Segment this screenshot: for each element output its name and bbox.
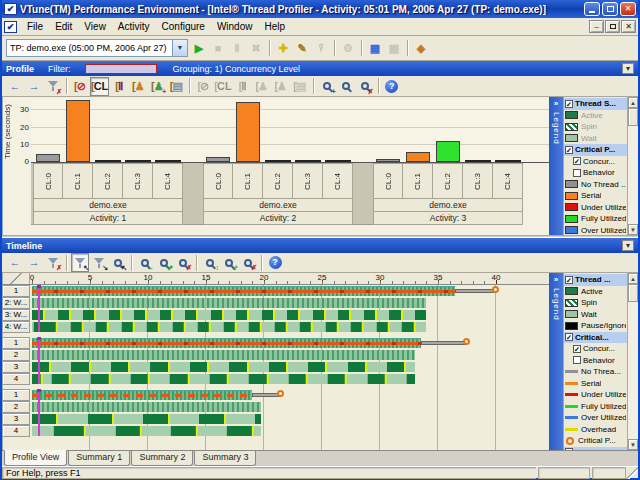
forward-icon[interactable]: →: [25, 253, 43, 272]
second-group-source-icon[interactable]: [▤: [291, 77, 309, 96]
category-cell[interactable]: CL:0: [373, 163, 403, 199]
legend-item-thread-[interactable]: ✓Thread ...: [564, 274, 627, 286]
thread-row-label[interactable]: 4: [3, 373, 30, 385]
activity-combo[interactable]: TP: demo.exe (05:00 PM, 2006 Apr 27) ▼: [6, 39, 188, 57]
group-source-icon[interactable]: [▤: [167, 77, 185, 96]
thread-row-track[interactable]: [30, 297, 549, 309]
wizard-icon[interactable]: ◈: [412, 39, 430, 58]
undo-zoom-icon[interactable]: ✗: [174, 253, 192, 272]
thread-row-track[interactable]: [30, 413, 549, 425]
menu-configure[interactable]: Configure: [156, 19, 211, 34]
category-cell[interactable]: CL:2: [263, 163, 293, 199]
legend-item-critical-p-[interactable]: ✓Critical P...: [564, 144, 627, 156]
time-marker[interactable]: [38, 390, 40, 436]
checkbox-icon[interactable]: ✓: [573, 157, 581, 165]
category-cell[interactable]: CL:0: [203, 163, 233, 199]
category-cell[interactable]: CL:3: [123, 163, 153, 199]
thread-row-track[interactable]: [30, 321, 549, 333]
second-group-object-icon[interactable]: [Ⅱ: [234, 77, 252, 96]
tab-summary-2[interactable]: Summary 2: [131, 451, 193, 466]
menu-help[interactable]: Help: [258, 19, 291, 34]
legend-item-concur-[interactable]: ✓Concur...: [564, 156, 627, 168]
help-icon[interactable]: ?: [383, 77, 401, 96]
category-cell[interactable]: CL:3: [463, 163, 493, 199]
thread-row-track[interactable]: [30, 425, 549, 437]
zoom-in-icon[interactable]: +: [318, 77, 336, 96]
category-cell[interactable]: CL:1: [233, 163, 263, 199]
menu-edit[interactable]: Edit: [49, 19, 78, 34]
filter-input[interactable]: [85, 64, 157, 74]
thread-row-label[interactable]: 3: W...: [3, 309, 30, 321]
zoom-out-selection-icon[interactable]: ⇙: [220, 253, 238, 272]
category-cell[interactable]: CL:1: [403, 163, 433, 199]
scroll-up-icon[interactable]: ▲: [628, 97, 638, 108]
zoom-out-horizontal-icon[interactable]: ↕: [201, 253, 219, 272]
minimize-button[interactable]: [584, 2, 600, 16]
stop-activity-icon[interactable]: ■: [209, 39, 227, 58]
menu-activity[interactable]: Activity: [112, 19, 156, 34]
mdi-close-button[interactable]: ✕: [621, 20, 636, 33]
remove-all-zoom-icon[interactable]: ✗: [239, 253, 257, 272]
remove-filter-icon[interactable]: ✗: [44, 253, 62, 272]
timeline-legend-scrollbar[interactable]: ▲ ▼: [627, 273, 638, 450]
mdi-restore-button[interactable]: [605, 20, 620, 33]
scroll-down-icon[interactable]: ▼: [628, 439, 638, 450]
group-concurrency-icon[interactable]: [CL: [90, 77, 109, 96]
help-icon[interactable]: ?: [266, 253, 284, 272]
checkbox-icon[interactable]: ✓: [573, 345, 581, 353]
back-icon[interactable]: ←: [6, 253, 24, 272]
tab-profile-view[interactable]: Profile View: [4, 450, 67, 466]
thread-row-label[interactable]: 4: [3, 425, 30, 437]
timeline-legend-strip[interactable]: » Legend: [549, 273, 563, 450]
zoom-select-icon[interactable]: ↖: [109, 253, 127, 272]
profile-pane-menu-icon[interactable]: ▾: [622, 63, 634, 74]
cancel-activity-icon[interactable]: ✖: [247, 39, 265, 58]
back-icon[interactable]: ←: [6, 77, 24, 96]
combo-dropdown-icon[interactable]: ▼: [172, 40, 187, 56]
category-cell[interactable]: CL:4: [493, 163, 523, 199]
thread-row-track[interactable]: [30, 373, 549, 385]
group-object-icon[interactable]: [Ⅱ: [110, 77, 128, 96]
category-cell[interactable]: CL:2: [433, 163, 463, 199]
thread-row-label[interactable]: 3: [3, 413, 30, 425]
modify-activity-icon[interactable]: ✎: [293, 39, 311, 58]
category-cell[interactable]: CL:2: [93, 163, 123, 199]
select-filter-icon[interactable]: ↖: [71, 253, 89, 272]
scroll-up-icon[interactable]: ▲: [628, 273, 638, 284]
thread-row-label[interactable]: 1: [3, 337, 30, 349]
zoom-selection-icon[interactable]: [337, 77, 355, 96]
checkbox-icon[interactable]: [573, 356, 581, 364]
category-cell[interactable]: CL:4: [323, 163, 353, 199]
checkbox-icon[interactable]: [573, 169, 581, 177]
group-thread-icon[interactable]: [♟: [129, 77, 147, 96]
category-cell[interactable]: CL:4: [153, 163, 183, 199]
tab-summary-3[interactable]: Summary 3: [194, 451, 256, 466]
legend-item-critical-[interactable]: ✓Critical...: [564, 332, 627, 344]
thread-row-track[interactable]: [30, 401, 549, 413]
thread-row-label[interactable]: 3: [3, 361, 30, 373]
legend-item-behavior[interactable]: Behavior: [564, 355, 627, 367]
time-marker[interactable]: [38, 338, 40, 384]
thread-row-label[interactable]: 1: [3, 285, 30, 297]
checkbox-icon[interactable]: ✓: [565, 100, 573, 108]
thread-row-track[interactable]: [30, 389, 549, 401]
group-thread-create-icon[interactable]: [♟+: [148, 77, 166, 96]
thread-row-label[interactable]: 4: W...: [3, 321, 30, 333]
second-no-grouping-icon[interactable]: [⊘: [194, 77, 212, 96]
tab-summary-1[interactable]: Summary 1: [68, 451, 130, 466]
zoom-in-selection-icon[interactable]: ⇗: [155, 253, 173, 272]
thread-row-track[interactable]: [30, 285, 549, 297]
thread-row-label[interactable]: 1: [3, 389, 30, 401]
pack-and-go-icon[interactable]: ⚙: [339, 39, 357, 58]
menu-file[interactable]: File: [21, 19, 49, 34]
scroll-thumb[interactable]: [628, 284, 638, 302]
profile-legend-scrollbar[interactable]: ▲ ▼: [627, 97, 638, 235]
tuning-browser-icon[interactable]: ▦: [366, 39, 384, 58]
remove-zoom-icon[interactable]: ✗: [356, 77, 374, 96]
timeline-pane-menu-icon[interactable]: ▾: [622, 240, 634, 251]
compare-results-icon[interactable]: ▩: [385, 39, 403, 58]
time-marker[interactable]: [38, 286, 40, 332]
second-group-thread-icon[interactable]: [♟: [253, 77, 271, 96]
category-cell[interactable]: CL:1: [63, 163, 93, 199]
remove-filter-icon[interactable]: ✗: [44, 77, 62, 96]
